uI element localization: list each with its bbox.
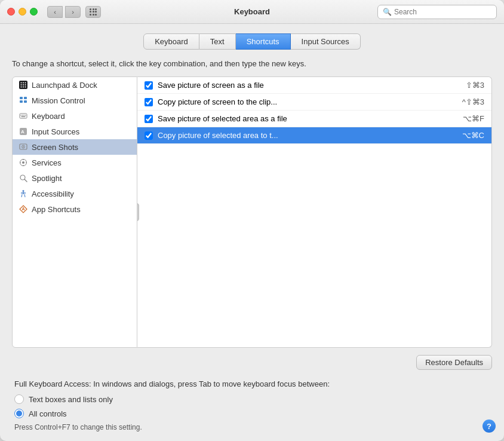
shortcut-key-copy-screen: ^⇧⌘3 [462,97,484,106]
titlebar: ‹ › Keyboard 🔍 [0,0,504,24]
sidebar-item-screen-shots-label: Screen Shots [32,143,78,152]
svg-point-1 [21,82,22,84]
svg-point-7 [21,87,22,88]
sidebar-item-spotlight[interactable]: Spotlight [13,170,137,186]
shortcut-row-copy-screen[interactable]: Copy picture of screen to the clip... ^⇧… [137,94,491,111]
sidebar-item-services[interactable]: Services [13,155,137,170]
spotlight-icon [19,173,28,183]
tab-input-sources[interactable]: Input Sources [291,33,361,50]
svg-point-3 [25,82,26,84]
sidebar-item-spotlight-label: Spotlight [32,174,62,183]
shortcut-label-copy-screen: Copy picture of screen to the clip... [158,97,457,106]
svg-line-37 [24,194,25,197]
full-keyboard-title: Full Keyboard Access: In windows and dia… [14,379,490,388]
svg-line-32 [24,179,27,182]
sidebar-item-accessibility-label: Accessibility [32,189,74,198]
main-panel: Launchpad & Dock Mission Control Keyboar… [12,76,492,348]
accessibility-icon [19,189,28,198]
nav-buttons: ‹ › [47,6,81,18]
close-button[interactable] [7,8,15,16]
bottom-area: Restore Defaults Full Keyboard Access: I… [12,355,492,431]
shortcut-checkbox-copy-area[interactable] [145,131,153,140]
svg-point-4 [21,84,22,85]
sidebar: Launchpad & Dock Mission Control Keyboar… [12,76,137,348]
sidebar-item-keyboard-label: Keyboard [32,112,65,121]
shortcut-checkbox-save-picture[interactable] [145,81,153,90]
restore-defaults-button[interactable]: Restore Defaults [416,355,492,370]
svg-rect-14 [20,114,27,118]
radio-text-boxes-label: Text boxes and lists only [29,395,113,404]
app-shortcuts-icon: A [19,204,28,214]
grid-icon [89,8,97,16]
shortcut-key-save-area: ⌥⌘F [463,114,484,123]
radio-option-all-controls[interactable]: All controls [14,409,490,418]
tab-bar: Keyboard Text Shortcuts Input Sources [12,33,492,50]
maximize-button[interactable] [30,8,38,16]
tab-keyboard[interactable]: Keyboard [143,33,199,50]
shortcut-checkbox-save-area[interactable] [145,115,153,123]
svg-rect-18 [25,115,26,116]
radio-all-controls-dot [16,411,22,416]
shortcut-key-save-picture: ⇧⌘3 [466,81,484,90]
tab-shortcuts[interactable]: Shortcuts [236,33,291,50]
tab-text[interactable]: Text [199,33,236,50]
sidebar-item-screen-shots[interactable]: Screen Shots [13,139,137,155]
shortcut-row-save-area[interactable]: Save picture of selected area as a file … [137,111,491,127]
sidebar-item-app-shortcuts[interactable]: A App Shortcuts [13,201,137,217]
restore-defaults-row: Restore Defaults [12,355,492,370]
sidebar-item-input-sources-label: Input Sources [32,127,79,136]
minimize-button[interactable] [19,8,26,16]
svg-rect-15 [21,115,22,116]
svg-rect-10 [20,97,23,99]
shortcut-row-save-picture[interactable]: Save picture of screen as a file ⇧⌘3 [137,77,491,94]
shortcut-label-copy-area: Copy picture of selected area to t... [158,131,457,140]
back-button[interactable]: ‹ [47,6,63,18]
svg-point-6 [25,84,26,85]
svg-rect-13 [24,100,27,103]
shortcut-label-save-picture: Save picture of screen as a file [158,81,461,90]
svg-point-33 [23,190,24,192]
sidebar-item-mission-control[interactable]: Mission Control [13,93,137,108]
sidebar-item-input-sources[interactable]: A Input Sources [13,124,137,139]
sidebar-item-app-shortcuts-label: App Shortcuts [32,205,81,214]
shortcut-row-copy-area[interactable]: Copy picture of selected area to t... ⌥⌘… [137,127,491,144]
forward-button[interactable]: › [65,6,81,18]
radio-option-text-boxes[interactable]: Text boxes and lists only [14,394,490,404]
keyboard-icon [19,111,28,121]
keyboard-window: ‹ › Keyboard 🔍 Keyboard Text Shortcuts I… [0,0,504,441]
svg-point-24 [23,146,24,148]
svg-point-5 [23,84,24,85]
content-area: Keyboard Text Shortcuts Input Sources To… [0,24,504,441]
instruction-text: To change a shortcut, select it, click t… [12,59,492,68]
svg-rect-16 [22,115,23,116]
shortcut-checkbox-copy-screen[interactable] [145,98,153,106]
sidebar-item-launchpad[interactable]: Launchpad & Dock [13,77,137,93]
svg-point-2 [23,82,24,84]
launchpad-icon [19,80,28,90]
full-keyboard-section: Full Keyboard Access: In windows and dia… [12,379,492,431]
help-button[interactable]: ? [483,419,496,433]
svg-text:A: A [22,207,25,211]
search-input[interactable] [394,8,491,16]
radio-all-controls-label: All controls [29,409,67,418]
search-box[interactable]: 🔍 [377,5,497,19]
input-sources-icon: A [19,127,28,136]
sidebar-item-launchpad-label: Launchpad & Dock [32,81,97,90]
sidebar-item-keyboard[interactable]: Keyboard [13,108,137,124]
svg-rect-19 [21,117,26,118]
svg-point-8 [23,87,24,88]
svg-point-9 [25,87,26,88]
radio-all-controls-indicator [14,409,24,418]
shortcuts-panel: Save picture of screen as a file ⇧⌘3 Cop… [137,76,492,348]
window-title: Keyboard [234,7,270,16]
svg-point-26 [22,161,24,164]
svg-line-36 [21,194,22,197]
svg-rect-12 [20,100,23,103]
scroll-divider [137,203,139,221]
radio-text-boxes-indicator [14,394,24,404]
svg-text:A: A [21,129,24,134]
shortcut-key-copy-area: ⌥⌘C [462,131,484,140]
grid-button[interactable] [85,6,101,18]
mission-control-icon [19,96,28,105]
sidebar-item-accessibility[interactable]: Accessibility [13,186,137,201]
